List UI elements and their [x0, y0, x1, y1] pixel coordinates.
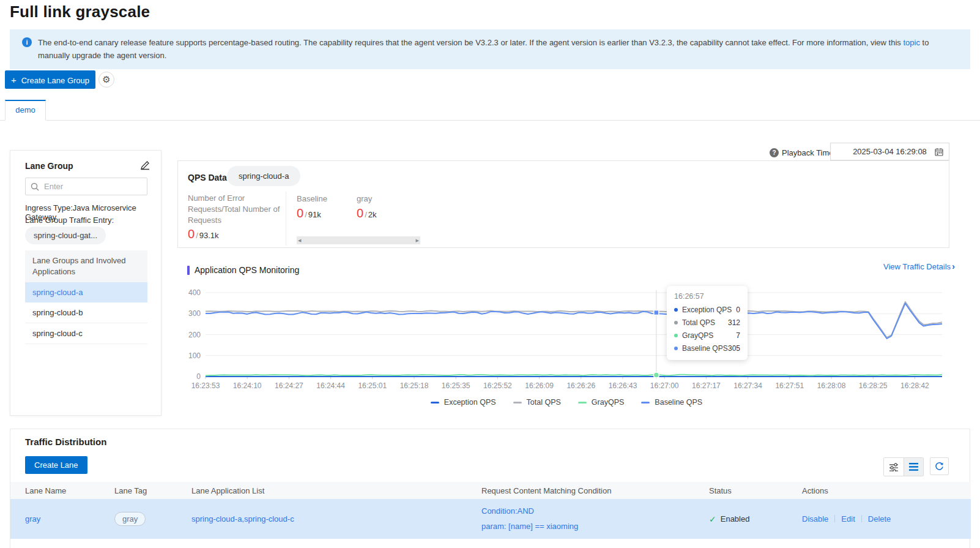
- create-lane-group-label: Create Lane Group: [21, 76, 89, 85]
- status-cell: ✓Enabled: [709, 514, 802, 524]
- traffic-table: Lane Name Lane Tag Lane Application List…: [10, 482, 971, 539]
- y-axis-tick: 200: [188, 331, 201, 339]
- lane-name-cell[interactable]: gray: [25, 514, 114, 524]
- view-traffic-details-label: View Traffic Details: [883, 262, 951, 271]
- col-lane-tag: Lane Tag: [114, 486, 191, 495]
- x-axis-tick: 16:27:17: [692, 381, 721, 390]
- legend-label: Baseline QPS: [655, 398, 702, 407]
- divider: [861, 515, 862, 522]
- playback-time-input[interactable]: [847, 147, 933, 156]
- delete-action-link[interactable]: Delete: [868, 514, 891, 524]
- divider: [286, 192, 286, 246]
- chart-legend: Exception QPSTotal QPSGrayQPSBaseline QP…: [184, 398, 949, 407]
- x-axis-tick: 16:25:18: [400, 381, 429, 390]
- scroll-right-icon[interactable]: ▶: [416, 238, 419, 243]
- legend-item-grayqps[interactable]: GrayQPS: [578, 398, 625, 407]
- divider: [834, 515, 835, 522]
- col-actions: Actions: [802, 486, 971, 495]
- tooltip-row: GrayQPS7: [674, 331, 740, 340]
- tooltip-series-value: 0: [736, 306, 740, 314]
- filter-settings-icon[interactable]: [884, 458, 904, 476]
- gear-icon[interactable]: ⚙: [98, 72, 114, 88]
- legend-item-total-qps[interactable]: Total QPS: [513, 398, 561, 407]
- lane-application-list-cell[interactable]: spring-cloud-a,spring-cloud-c: [191, 514, 481, 524]
- banner-topic-link[interactable]: topic: [903, 38, 919, 47]
- banner-text: The end-to-end canary release feature su…: [38, 38, 903, 47]
- col-lane-name: Lane Name: [25, 486, 114, 495]
- lane-item-spring-cloud-b[interactable]: spring-cloud-b: [25, 302, 147, 323]
- x-axis-tick: 16:24:10: [233, 381, 262, 390]
- lane-tag-cell: gray: [114, 512, 191, 526]
- plus-icon: +: [11, 75, 17, 85]
- lane-item-spring-cloud-a[interactable]: spring-cloud-a: [25, 282, 147, 302]
- traffic-entry-tag[interactable]: spring-cloud-gat...: [25, 227, 106, 244]
- table-toolbar: [883, 457, 949, 476]
- gray-value: 0/2k: [357, 206, 376, 220]
- full-link-grayscale-page: Full link grayscale i The end-to-end can…: [0, 0, 980, 548]
- create-lane-button[interactable]: Create Lane: [25, 456, 87, 474]
- table-row[interactable]: gray gray spring-cloud-a,spring-cloud-c …: [10, 499, 971, 539]
- legend-item-baseline-qps[interactable]: Baseline QPS: [641, 398, 702, 407]
- calendar-icon[interactable]: [935, 148, 943, 156]
- legend-dash-icon: [641, 402, 650, 403]
- search-icon: [31, 182, 39, 191]
- tooltip-series-value: 312: [728, 318, 740, 327]
- horizontal-scrollbar[interactable]: ◀▶: [297, 236, 420, 244]
- refresh-icon[interactable]: [930, 457, 949, 475]
- x-axis-tick: 16:25:01: [358, 381, 387, 390]
- tooltip-series-label: GrayQPS: [682, 331, 713, 340]
- lane-list-header: Lane Groups and Involved Applications: [25, 250, 147, 282]
- qps-chart[interactable]: 010020030040016:23:5316:24:1016:24:2716:…: [184, 287, 949, 397]
- gray-label: gray: [357, 194, 372, 203]
- chart-title: Application QPS Monitoring: [195, 265, 299, 275]
- tooltip-series-label: Exception QPS: [682, 306, 732, 314]
- traffic-distribution-card: Traffic Distribution Create Lane Lane Na…: [10, 429, 970, 548]
- legend-item-exception-qps[interactable]: Exception QPS: [431, 398, 496, 407]
- create-lane-group-button[interactable]: +Create Lane Group: [5, 70, 95, 89]
- x-axis-tick: 16:26:26: [566, 381, 595, 390]
- request-condition-cell: Condition:AND param: [name] == xiaoming: [481, 504, 709, 534]
- tooltip-row: Baseline QPS305: [674, 344, 740, 353]
- search-input[interactable]: [44, 182, 130, 191]
- tooltip-series-dot: [674, 308, 678, 312]
- list-view-icon[interactable]: [904, 458, 923, 476]
- traffic-entry-label: Lane Group Traffic Entry:: [25, 216, 114, 225]
- disable-action-link[interactable]: Disable: [802, 514, 828, 524]
- info-icon: i: [22, 37, 32, 47]
- y-axis-tick: 100: [188, 351, 201, 360]
- lane-item-spring-cloud-c[interactable]: spring-cloud-c: [25, 323, 147, 344]
- tooltip-series-label: Baseline QPS: [682, 344, 728, 353]
- x-axis-tick: 16:24:27: [275, 381, 303, 390]
- tooltip-row: Exception QPS0: [674, 306, 740, 314]
- playback-time-picker[interactable]: [830, 143, 949, 160]
- edit-pencil-icon[interactable]: [140, 160, 150, 170]
- edit-action-link[interactable]: Edit: [841, 514, 855, 524]
- qps-data-card: QPS Data spring-cloud-a Number of Error …: [177, 160, 949, 248]
- lane-group-tabbar: demo: [0, 100, 980, 121]
- traffic-distribution-title: Traffic Distribution: [25, 437, 106, 447]
- tab-demo[interactable]: demo: [5, 100, 46, 121]
- error-requests-value: 0/93.1k: [188, 227, 219, 241]
- lane-group-search[interactable]: [25, 178, 147, 195]
- tooltip-series-dot: [674, 321, 678, 325]
- x-axis-tick: 16:24:44: [316, 381, 345, 390]
- condition-param: param: [name] == xiaoming: [481, 519, 709, 535]
- x-axis-tick: 16:28:42: [900, 381, 929, 390]
- baseline-label: Baseline: [297, 194, 327, 203]
- title-accent-bar: [187, 266, 190, 275]
- qps-data-title: QPS Data: [188, 173, 227, 182]
- help-icon[interactable]: ?: [770, 148, 779, 157]
- gray-total-count: 2k: [368, 210, 377, 219]
- tooltip-series-dot: [674, 334, 678, 337]
- view-traffic-details-link[interactable]: View Traffic Details›: [883, 261, 955, 271]
- table-header-row: Lane Name Lane Tag Lane Application List…: [10, 482, 971, 499]
- actions-cell: DisableEditDelete: [802, 514, 971, 524]
- legend-dash-icon: [578, 402, 587, 403]
- scroll-left-icon[interactable]: ◀: [298, 238, 301, 243]
- legend-dash-icon: [431, 402, 439, 403]
- qps-app-tab-spring-cloud-a[interactable]: spring-cloud-a: [227, 166, 300, 186]
- baseline-value: 0/91k: [297, 206, 321, 220]
- baseline-error-count: 0: [297, 206, 303, 220]
- x-axis-tick: 16:27:51: [775, 381, 804, 390]
- x-axis-tick: 16:27:00: [650, 381, 679, 390]
